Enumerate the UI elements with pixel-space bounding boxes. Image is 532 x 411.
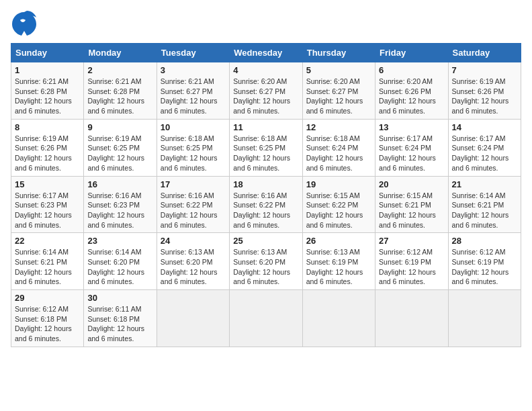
calendar-cell: 29 Sunrise: 6:12 AM Sunset: 6:18 PM Dayl… — [11, 290, 84, 347]
day-number: 14 — [452, 122, 517, 132]
day-info: Sunrise: 6:18 AM Sunset: 6:25 PM Dayligh… — [161, 134, 226, 173]
day-number: 24 — [161, 236, 226, 246]
calendar-cell: 7 Sunrise: 6:19 AM Sunset: 6:26 PM Dayli… — [448, 62, 521, 120]
day-info: Sunrise: 6:21 AM Sunset: 6:28 PM Dayligh… — [15, 77, 80, 116]
day-info: Sunrise: 6:12 AM Sunset: 6:18 PM Dayligh… — [15, 304, 80, 344]
day-number: 6 — [379, 65, 444, 75]
calendar-week-row: 15 Sunrise: 6:17 AM Sunset: 6:23 PM Dayl… — [11, 176, 521, 233]
day-info: Sunrise: 6:16 AM Sunset: 6:22 PM Dayligh… — [161, 191, 226, 230]
weekday-thursday: Thursday — [302, 44, 375, 62]
day-number: 15 — [15, 179, 80, 189]
day-number: 17 — [161, 179, 226, 189]
calendar-cell: 27 Sunrise: 6:12 AM Sunset: 6:19 PM Dayl… — [375, 233, 448, 290]
day-info: Sunrise: 6:19 AM Sunset: 6:25 PM Dayligh… — [87, 134, 152, 173]
day-info: Sunrise: 6:14 AM Sunset: 6:20 PM Dayligh… — [87, 247, 152, 287]
day-info: Sunrise: 6:19 AM Sunset: 6:26 PM Dayligh… — [452, 77, 517, 116]
day-info: Sunrise: 6:13 AM Sunset: 6:20 PM Dayligh… — [233, 247, 298, 287]
day-number: 12 — [306, 122, 371, 132]
day-number: 26 — [306, 236, 371, 246]
day-info: Sunrise: 6:20 AM Sunset: 6:27 PM Dayligh… — [306, 77, 371, 116]
calendar-cell: 5 Sunrise: 6:20 AM Sunset: 6:27 PM Dayli… — [302, 62, 375, 120]
day-info: Sunrise: 6:17 AM Sunset: 6:24 PM Dayligh… — [379, 134, 444, 173]
day-number: 18 — [233, 179, 298, 189]
calendar-cell: 19 Sunrise: 6:15 AM Sunset: 6:22 PM Dayl… — [302, 176, 375, 233]
day-number: 28 — [452, 236, 517, 246]
day-number: 19 — [306, 179, 371, 189]
calendar-cell — [302, 290, 375, 347]
calendar-cell: 4 Sunrise: 6:20 AM Sunset: 6:27 PM Dayli… — [230, 62, 302, 120]
day-info: Sunrise: 6:16 AM Sunset: 6:22 PM Dayligh… — [233, 191, 298, 230]
day-info: Sunrise: 6:12 AM Sunset: 6:19 PM Dayligh… — [452, 247, 517, 287]
day-number: 10 — [161, 122, 226, 132]
calendar-cell: 26 Sunrise: 6:13 AM Sunset: 6:19 PM Dayl… — [302, 233, 375, 290]
calendar-cell: 25 Sunrise: 6:13 AM Sunset: 6:20 PM Dayl… — [230, 233, 302, 290]
day-number: 8 — [15, 122, 80, 132]
day-info: Sunrise: 6:18 AM Sunset: 6:24 PM Dayligh… — [306, 134, 371, 173]
day-info: Sunrise: 6:21 AM Sunset: 6:28 PM Dayligh… — [87, 77, 152, 116]
calendar-cell: 20 Sunrise: 6:15 AM Sunset: 6:21 PM Dayl… — [375, 176, 448, 233]
day-info: Sunrise: 6:20 AM Sunset: 6:26 PM Dayligh… — [379, 77, 444, 116]
calendar-cell: 23 Sunrise: 6:14 AM Sunset: 6:20 PM Dayl… — [84, 233, 157, 290]
weekday-monday: Monday — [84, 44, 157, 62]
day-number: 7 — [452, 65, 517, 75]
calendar-week-row: 29 Sunrise: 6:12 AM Sunset: 6:18 PM Dayl… — [11, 290, 521, 347]
day-number: 4 — [233, 65, 298, 75]
calendar-week-row: 22 Sunrise: 6:14 AM Sunset: 6:21 PM Dayl… — [11, 233, 521, 290]
weekday-header-row: SundayMondayTuesdayWednesdayThursdayFrid… — [11, 44, 521, 62]
calendar-cell: 24 Sunrise: 6:13 AM Sunset: 6:20 PM Dayl… — [157, 233, 229, 290]
calendar-week-row: 8 Sunrise: 6:19 AM Sunset: 6:26 PM Dayli… — [11, 119, 521, 176]
logo — [11, 11, 40, 36]
calendar-cell — [230, 290, 302, 347]
day-number: 30 — [87, 293, 152, 303]
calendar-cell: 1 Sunrise: 6:21 AM Sunset: 6:28 PM Dayli… — [11, 62, 84, 120]
day-number: 23 — [87, 236, 152, 246]
calendar-cell: 8 Sunrise: 6:19 AM Sunset: 6:26 PM Dayli… — [11, 119, 84, 176]
page-header — [11, 11, 521, 36]
weekday-wednesday: Wednesday — [230, 44, 302, 62]
calendar-cell — [157, 290, 229, 347]
calendar-cell: 11 Sunrise: 6:18 AM Sunset: 6:25 PM Dayl… — [230, 119, 302, 176]
day-info: Sunrise: 6:13 AM Sunset: 6:20 PM Dayligh… — [161, 247, 226, 287]
weekday-tuesday: Tuesday — [157, 44, 229, 62]
day-number: 27 — [379, 236, 444, 246]
logo-bird-icon — [11, 11, 38, 36]
calendar-cell: 9 Sunrise: 6:19 AM Sunset: 6:25 PM Dayli… — [84, 119, 157, 176]
day-number: 2 — [87, 65, 152, 75]
day-info: Sunrise: 6:15 AM Sunset: 6:21 PM Dayligh… — [379, 191, 444, 230]
calendar-cell: 30 Sunrise: 6:11 AM Sunset: 6:18 PM Dayl… — [84, 290, 157, 347]
calendar-cell: 28 Sunrise: 6:12 AM Sunset: 6:19 PM Dayl… — [448, 233, 521, 290]
calendar-cell — [375, 290, 448, 347]
calendar-table: SundayMondayTuesdayWednesdayThursdayFrid… — [11, 43, 521, 347]
day-number: 20 — [379, 179, 444, 189]
calendar-cell: 17 Sunrise: 6:16 AM Sunset: 6:22 PM Dayl… — [157, 176, 229, 233]
weekday-saturday: Saturday — [448, 44, 521, 62]
day-number: 22 — [15, 236, 80, 246]
weekday-sunday: Sunday — [11, 44, 84, 62]
day-info: Sunrise: 6:21 AM Sunset: 6:27 PM Dayligh… — [161, 77, 226, 116]
calendar-cell: 22 Sunrise: 6:14 AM Sunset: 6:21 PM Dayl… — [11, 233, 84, 290]
calendar-cell: 16 Sunrise: 6:16 AM Sunset: 6:23 PM Dayl… — [84, 176, 157, 233]
day-number: 5 — [306, 65, 371, 75]
calendar-cell: 6 Sunrise: 6:20 AM Sunset: 6:26 PM Dayli… — [375, 62, 448, 120]
day-info: Sunrise: 6:19 AM Sunset: 6:26 PM Dayligh… — [15, 134, 80, 173]
day-number: 1 — [15, 65, 80, 75]
calendar-cell: 10 Sunrise: 6:18 AM Sunset: 6:25 PM Dayl… — [157, 119, 229, 176]
day-number: 11 — [233, 122, 298, 132]
calendar-cell: 15 Sunrise: 6:17 AM Sunset: 6:23 PM Dayl… — [11, 176, 84, 233]
day-number: 3 — [161, 65, 226, 75]
day-number: 9 — [87, 122, 152, 132]
weekday-friday: Friday — [375, 44, 448, 62]
calendar-cell: 21 Sunrise: 6:14 AM Sunset: 6:21 PM Dayl… — [448, 176, 521, 233]
calendar-cell: 18 Sunrise: 6:16 AM Sunset: 6:22 PM Dayl… — [230, 176, 302, 233]
calendar-cell: 13 Sunrise: 6:17 AM Sunset: 6:24 PM Dayl… — [375, 119, 448, 176]
calendar-cell — [448, 290, 521, 347]
day-info: Sunrise: 6:14 AM Sunset: 6:21 PM Dayligh… — [452, 191, 517, 230]
day-number: 21 — [452, 179, 517, 189]
day-info: Sunrise: 6:17 AM Sunset: 6:23 PM Dayligh… — [15, 191, 80, 230]
day-number: 13 — [379, 122, 444, 132]
day-info: Sunrise: 6:14 AM Sunset: 6:21 PM Dayligh… — [15, 247, 80, 287]
day-info: Sunrise: 6:16 AM Sunset: 6:23 PM Dayligh… — [87, 191, 152, 230]
day-info: Sunrise: 6:13 AM Sunset: 6:19 PM Dayligh… — [306, 247, 371, 287]
day-info: Sunrise: 6:17 AM Sunset: 6:24 PM Dayligh… — [452, 134, 517, 173]
day-number: 29 — [15, 293, 80, 303]
